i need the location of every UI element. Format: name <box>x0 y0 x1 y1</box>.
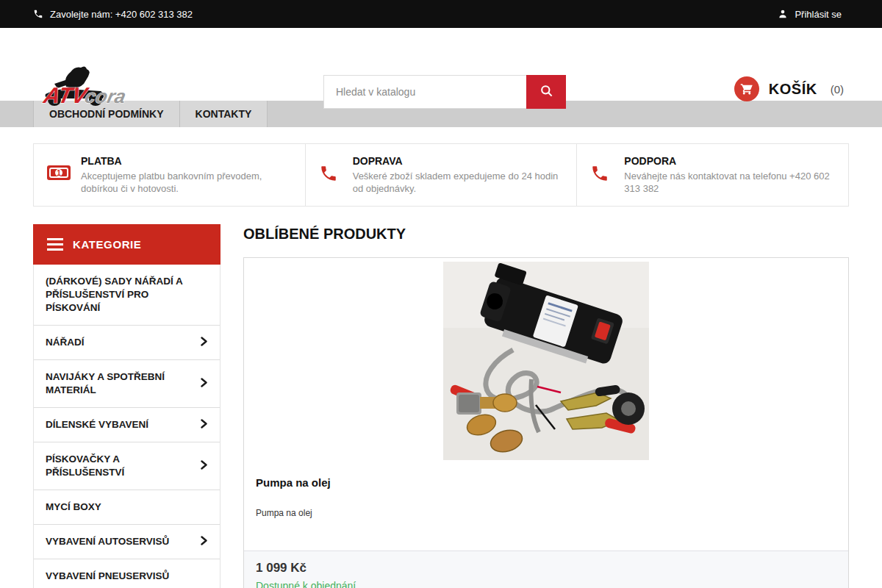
user-icon <box>778 9 788 19</box>
chevron-right-icon <box>200 535 208 548</box>
feature-platba-body: PLATBA Akceptujeme platbu bankovním přev… <box>81 155 292 195</box>
sidebar-item[interactable]: DÍLENSKÉ VYBAVENÍ <box>34 408 220 442</box>
login-label: Přihlásit se <box>795 9 842 20</box>
main-panel: OBLÍBENÉ PRODUKTY <box>243 224 849 588</box>
feature-doprava-body: DOPRAVA Veškeré zboží skladem expedujeme… <box>353 155 564 195</box>
feature-podpora: PODPORA Neváhejte nás kontaktovat na tel… <box>576 143 849 207</box>
cart-icon <box>734 76 759 101</box>
sidebar-item-label: NÁŘADÍ <box>46 336 90 349</box>
sidebar-item-label: (DÁRKOVÉ) SADY NÁŘADÍ A PŘÍSLUŠENSTVÍ PR… <box>46 275 208 315</box>
sidebar-item-label: NAVIJÁKY A SPOTŘEBNÍ MATERIÁL <box>46 370 200 397</box>
sidebar-item[interactable]: NAVIJÁKY A SPOTŘEBNÍ MATERIÁL <box>34 360 220 408</box>
chevron-right-icon <box>200 418 208 431</box>
sidebar-item[interactable]: PÍSKOVAČKY A PŘÍSLUŠENSTVÍ <box>34 442 220 490</box>
search-box <box>323 75 566 109</box>
sidebar-item[interactable]: NÁŘADÍ <box>34 326 220 360</box>
top-bar: Zavolejte nám: +420 602 313 382 Přihlási… <box>0 0 882 28</box>
feature-text: Neváhejte nás kontaktovat na telefonu +4… <box>624 170 835 195</box>
sidebar-item-label: PÍSKOVAČKY A PŘÍSLUŠENSTVÍ <box>46 453 200 479</box>
product-description: Pumpa na olej <box>244 489 848 518</box>
content-area: KATEGORIE (DÁRKOVÉ) SADY NÁŘADÍ A PŘÍSLU… <box>33 224 849 588</box>
feature-title: PODPORA <box>624 155 835 167</box>
feature-platba: 1 PLATBA Akceptujeme platbu bankovním př… <box>33 143 306 207</box>
search-input[interactable] <box>323 75 526 109</box>
feature-podpora-body: PODPORA Neváhejte nás kontaktovat na tel… <box>624 155 835 195</box>
sidebar-item-label: DÍLENSKÉ VYBAVENÍ <box>46 418 154 431</box>
product-card[interactable]: Pumpa na olej Pumpa na olej 1 099 Kč Dos… <box>243 257 849 588</box>
category-header[interactable]: KATEGORIE <box>33 224 220 265</box>
phone-icon <box>33 9 43 19</box>
topbar-phone[interactable]: Zavolejte nám: +420 602 313 382 <box>33 9 193 20</box>
feature-text: Veškeré zboží skladem expedujeme do 24 h… <box>353 170 564 195</box>
cart-button[interactable]: KOŠÍK(0) <box>734 76 844 101</box>
sidebar-item[interactable]: (DÁRKOVÉ) SADY NÁŘADÍ A PŘÍSLUŠENSTVÍ PR… <box>34 265 220 326</box>
product-price: 1 099 Kč <box>256 561 836 576</box>
search-icon <box>539 84 553 100</box>
search-button[interactable] <box>526 75 566 109</box>
chevron-right-icon <box>200 459 208 473</box>
rubber-ring <box>612 392 645 425</box>
header: ATV cora KOŠÍK(0) <box>0 28 882 101</box>
sidebar-item[interactable]: VYBAVENÍ PNEUSERVISŮ <box>34 559 220 588</box>
product-name[interactable]: Pumpa na olej <box>244 460 848 489</box>
login-link[interactable]: Přihlásit se <box>778 9 842 20</box>
phone-icon <box>590 155 614 195</box>
feature-title: PLATBA <box>81 155 292 167</box>
shop-logo[interactable]: ATV cora <box>38 62 126 110</box>
sidebar-item[interactable]: VYBAVENÍ AUTOSERVISŮ <box>34 525 220 559</box>
feature-title: DOPRAVA <box>353 155 564 167</box>
cart-count: (0) <box>831 83 844 96</box>
feature-boxes: 1 PLATBA Akceptujeme platbu bankovním př… <box>33 143 849 207</box>
sidebar-item-label: VYBAVENÍ PNEUSERVISŮ <box>46 570 175 583</box>
logo-text-cora: cora <box>83 85 126 107</box>
page-title: OBLÍBENÉ PRODUKTY <box>243 226 849 243</box>
feature-doprava: DOPRAVA Veškeré zboží skladem expedujeme… <box>305 143 578 207</box>
category-title: KATEGORIE <box>73 238 141 251</box>
feature-text: Akceptujeme platbu bankovním převodem, d… <box>81 170 292 195</box>
svg-text:1: 1 <box>57 169 61 177</box>
menu-icon <box>47 235 63 254</box>
topbar-phone-label: Zavolejte nám: +420 602 313 382 <box>50 9 193 20</box>
sidebar-item-label: MYCÍ BOXY <box>46 501 107 514</box>
category-sidebar: KATEGORIE (DÁRKOVÉ) SADY NÁŘADÍ A PŘÍSLU… <box>33 224 220 588</box>
sidebar-item-label: VYBAVENÍ AUTOSERVISŮ <box>46 535 175 548</box>
money-icon: 1 <box>47 155 71 195</box>
product-card-footer: 1 099 Kč Dostupné k objednání <box>244 551 848 588</box>
nav-item-kontakty[interactable]: KONTAKTY <box>179 101 268 127</box>
cart-label: KOŠÍK <box>769 81 817 98</box>
category-list: (DÁRKOVÉ) SADY NÁŘADÍ A PŘÍSLUŠENSTVÍ PR… <box>33 265 220 588</box>
chevron-right-icon <box>200 336 208 349</box>
sidebar-item[interactable]: MYCÍ BOXY <box>34 490 220 525</box>
phone-icon <box>319 155 343 195</box>
chevron-right-icon <box>200 377 208 390</box>
product-availability-link[interactable]: Dostupné k objednání <box>256 580 836 588</box>
product-image[interactable] <box>244 258 848 460</box>
